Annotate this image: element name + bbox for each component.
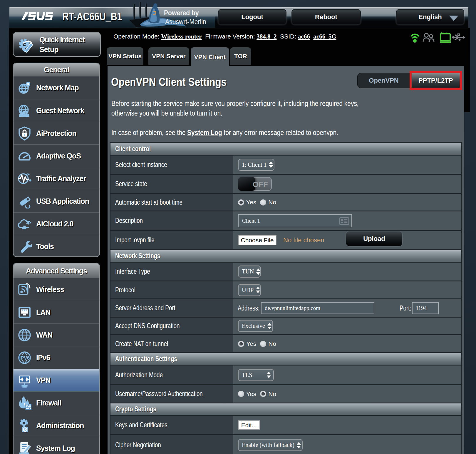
svg-text:IPV6: IPV6: [19, 355, 30, 360]
